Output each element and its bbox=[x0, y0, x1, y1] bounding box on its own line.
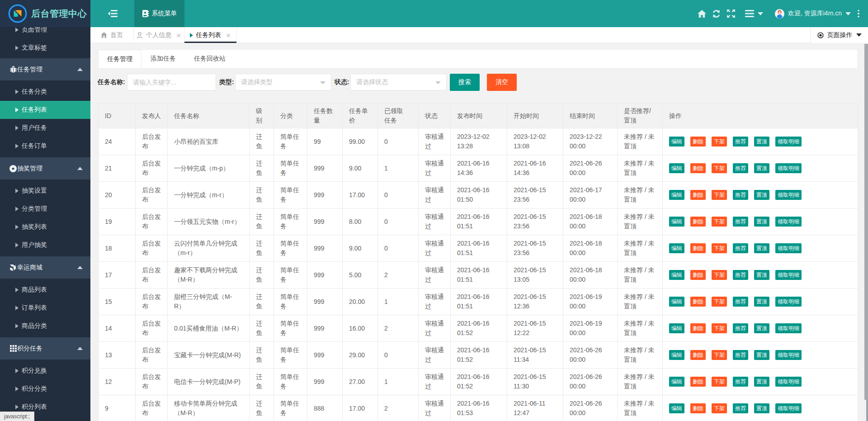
sidebar-item-商品分类[interactable]: 商品分类 bbox=[0, 317, 90, 335]
layout-menu-button[interactable] bbox=[738, 0, 768, 27]
kebab-menu-icon[interactable] bbox=[854, 0, 863, 27]
row-action-下架[interactable]: 下架 bbox=[712, 377, 727, 387]
sidebar-section-4[interactable]: 幸运商城 bbox=[0, 256, 90, 279]
row-action-编辑[interactable]: 编辑 bbox=[669, 217, 684, 227]
row-action-推荐[interactable]: 推荐 bbox=[733, 190, 748, 200]
row-action-推荐[interactable]: 推荐 bbox=[733, 270, 748, 280]
tab-任务列表[interactable]: 任务列表× bbox=[184, 27, 237, 43]
row-action-置顶[interactable]: 置顶 bbox=[754, 243, 769, 253]
fullscreen-button[interactable] bbox=[724, 0, 738, 27]
home-button[interactable] bbox=[695, 0, 709, 27]
sidebar-item-商品列表[interactable]: 商品列表 bbox=[0, 281, 90, 299]
panel-tab-添加任务[interactable]: 添加任务 bbox=[142, 50, 185, 68]
row-action-置顶[interactable]: 置顶 bbox=[754, 190, 769, 200]
sidebar-item-任务列表[interactable]: 任务列表 bbox=[0, 101, 90, 119]
tab-个人信息[interactable]: 个人信息× bbox=[134, 27, 184, 43]
row-action-删除[interactable]: 删除 bbox=[690, 377, 706, 387]
sidebar-item-用户抽奖[interactable]: 用户抽奖 bbox=[0, 236, 90, 254]
row-action-领取明细[interactable]: 领取明细 bbox=[775, 270, 802, 280]
sidebar-item-任务订单[interactable]: 任务订单 bbox=[0, 137, 90, 155]
row-action-编辑[interactable]: 编辑 bbox=[669, 137, 684, 147]
outer-scrollbar-thumb[interactable] bbox=[866, 400, 868, 421]
row-action-置顶[interactable]: 置顶 bbox=[754, 377, 769, 387]
row-action-删除[interactable]: 删除 bbox=[690, 163, 706, 173]
row-action-领取明细[interactable]: 领取明细 bbox=[775, 350, 802, 360]
system-menu-tab[interactable]: 系统菜单 bbox=[134, 0, 184, 27]
row-action-推荐[interactable]: 推荐 bbox=[733, 403, 748, 413]
row-action-下架[interactable]: 下架 bbox=[712, 350, 727, 360]
row-action-下架[interactable]: 下架 bbox=[712, 243, 727, 253]
row-action-下架[interactable]: 下架 bbox=[712, 270, 727, 280]
row-action-推荐[interactable]: 推荐 bbox=[733, 137, 748, 147]
row-action-置顶[interactable]: 置顶 bbox=[754, 217, 769, 227]
row-action-下架[interactable]: 下架 bbox=[712, 137, 727, 147]
row-action-置顶[interactable]: 置顶 bbox=[754, 403, 769, 413]
row-action-置顶[interactable]: 置顶 bbox=[754, 350, 769, 360]
row-action-领取明细[interactable]: 领取明细 bbox=[775, 163, 802, 173]
row-action-领取明细[interactable]: 领取明细 bbox=[775, 243, 802, 253]
row-action-删除[interactable]: 删除 bbox=[690, 297, 706, 307]
row-action-领取明细[interactable]: 领取明细 bbox=[775, 323, 802, 333]
sidebar-item-抽奖设置[interactable]: 抽奖设置 bbox=[0, 182, 90, 200]
row-action-置顶[interactable]: 置顶 bbox=[754, 297, 769, 307]
row-action-推荐[interactable]: 推荐 bbox=[733, 297, 748, 307]
close-icon[interactable]: × bbox=[176, 32, 181, 39]
row-action-下架[interactable]: 下架 bbox=[712, 323, 727, 333]
sidebar-item-任务分类[interactable]: 任务分类 bbox=[0, 83, 90, 101]
sidebar-item-积分分类[interactable]: 积分分类 bbox=[0, 380, 90, 398]
clear-button[interactable]: 清空 bbox=[487, 74, 517, 91]
row-action-删除[interactable]: 删除 bbox=[690, 243, 706, 253]
row-action-下架[interactable]: 下架 bbox=[712, 297, 727, 307]
sidebar-item-积分兑换[interactable]: 积分兑换 bbox=[0, 362, 90, 380]
panel-tab-任务管理[interactable]: 任务管理 bbox=[98, 50, 142, 69]
row-action-领取明细[interactable]: 领取明细 bbox=[775, 190, 802, 200]
status-select[interactable]: 请选择状态 bbox=[350, 74, 447, 90]
row-action-删除[interactable]: 删除 bbox=[690, 403, 706, 413]
row-action-置顶[interactable]: 置顶 bbox=[754, 270, 769, 280]
row-action-置顶[interactable]: 置顶 bbox=[754, 323, 769, 333]
row-action-删除[interactable]: 删除 bbox=[690, 190, 706, 200]
sidebar-item-用户任务[interactable]: 用户任务 bbox=[0, 119, 90, 137]
row-action-领取明细[interactable]: 领取明细 bbox=[775, 297, 802, 307]
row-action-删除[interactable]: 删除 bbox=[690, 323, 706, 333]
row-action-下架[interactable]: 下架 bbox=[712, 163, 727, 173]
row-action-推荐[interactable]: 推荐 bbox=[733, 163, 748, 173]
row-action-推荐[interactable]: 推荐 bbox=[733, 350, 748, 360]
row-action-删除[interactable]: 删除 bbox=[690, 270, 706, 280]
row-action-推荐[interactable]: 推荐 bbox=[733, 217, 748, 227]
close-icon[interactable]: × bbox=[226, 32, 231, 39]
row-action-领取明细[interactable]: 领取明细 bbox=[775, 217, 802, 227]
row-action-下架[interactable]: 下架 bbox=[712, 190, 727, 200]
panel-tab-任务回收站[interactable]: 任务回收站 bbox=[185, 50, 235, 68]
collapse-sidebar-button[interactable] bbox=[90, 0, 134, 27]
refresh-button[interactable] bbox=[709, 0, 724, 27]
row-action-置顶[interactable]: 置顶 bbox=[754, 137, 769, 147]
row-action-删除[interactable]: 删除 bbox=[690, 137, 706, 147]
sidebar-section-3[interactable]: 抽奖管理 bbox=[0, 157, 90, 180]
row-action-编辑[interactable]: 编辑 bbox=[669, 377, 684, 387]
row-action-推荐[interactable]: 推荐 bbox=[733, 377, 748, 387]
row-action-删除[interactable]: 删除 bbox=[690, 350, 706, 360]
sidebar-item-抽奖列表[interactable]: 抽奖列表 bbox=[0, 218, 90, 236]
row-action-编辑[interactable]: 编辑 bbox=[669, 270, 684, 280]
row-action-推荐[interactable]: 推荐 bbox=[733, 243, 748, 253]
row-action-删除[interactable]: 删除 bbox=[690, 217, 706, 227]
row-action-领取明细[interactable]: 领取明细 bbox=[775, 137, 802, 147]
row-action-下架[interactable]: 下架 bbox=[712, 217, 727, 227]
row-action-编辑[interactable]: 编辑 bbox=[669, 190, 684, 200]
sidebar-section-5[interactable]: 积分任务 bbox=[0, 337, 90, 360]
user-menu[interactable]: 欢迎, 资源库i4m.cn bbox=[768, 0, 854, 27]
row-action-编辑[interactable]: 编辑 bbox=[669, 297, 684, 307]
type-select[interactable]: 请选择类型 bbox=[235, 74, 331, 90]
sidebar-item-订单列表[interactable]: 订单列表 bbox=[0, 299, 90, 317]
scrollbar-thumb[interactable] bbox=[864, 44, 868, 400]
sidebar-item-分类管理[interactable]: 分类管理 bbox=[0, 200, 90, 218]
row-action-编辑[interactable]: 编辑 bbox=[669, 243, 684, 253]
task-name-input[interactable] bbox=[127, 74, 216, 90]
row-action-下架[interactable]: 下架 bbox=[712, 403, 727, 413]
sidebar-section-2[interactable]: 任务管理 bbox=[0, 58, 90, 80]
sidebar-item-1[interactable]: 文章标签 bbox=[0, 39, 90, 57]
row-action-置顶[interactable]: 置顶 bbox=[754, 163, 769, 173]
row-action-编辑[interactable]: 编辑 bbox=[669, 350, 684, 360]
page-actions-button[interactable]: 页面操作 bbox=[810, 27, 868, 43]
